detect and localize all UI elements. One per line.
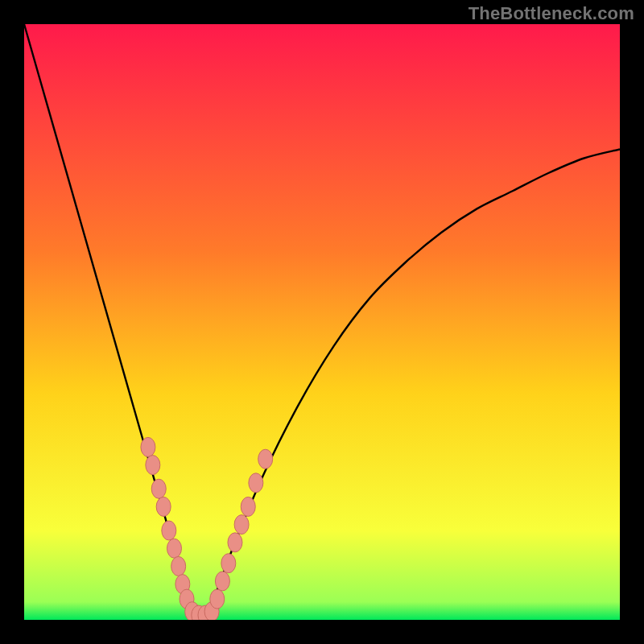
- data-marker: [249, 473, 263, 493]
- data-marker: [228, 533, 242, 552]
- data-marker: [215, 572, 229, 591]
- data-marker: [141, 437, 155, 456]
- outer-frame: TheBottleneck.com: [0, 0, 644, 644]
- data-marker: [234, 515, 249, 535]
- data-marker: [146, 456, 160, 475]
- data-marker: [171, 556, 186, 576]
- data-marker: [221, 554, 236, 573]
- gradient-background: [24, 24, 620, 620]
- data-marker: [167, 539, 181, 558]
- watermark-text: TheBottleneck.com: [469, 3, 634, 24]
- data-marker: [151, 479, 166, 498]
- bottleneck-chart: [24, 24, 620, 620]
- data-marker: [162, 521, 176, 540]
- data-marker: [258, 449, 273, 469]
- plot-area: [24, 24, 620, 620]
- data-marker: [156, 497, 171, 516]
- data-marker: [210, 589, 225, 609]
- data-marker: [241, 497, 255, 516]
